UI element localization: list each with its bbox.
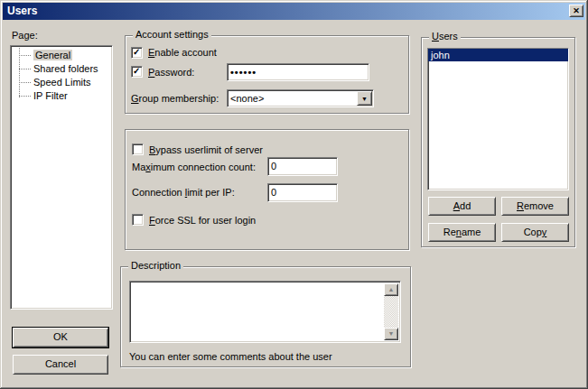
scrollbar-track[interactable] [384,296,398,328]
users-group-label: Users [429,31,461,42]
description-group-label: Description [128,260,183,272]
force-ssl-label: Force SSL for user login [149,215,256,227]
sidebar-item-ip-filter[interactable]: IP Filter [11,89,112,103]
page-tree[interactable]: General Shared folders Speed Limits IP F… [10,45,113,310]
check-icon: ✓ [133,65,140,77]
list-item-user[interactable]: john [428,49,568,61]
sidebar-item-general[interactable]: General [11,49,112,62]
description-scrollbar[interactable]: ▲ ▼ [384,283,398,340]
connection-limit-ip-label: Connection limit per IP: [132,187,235,199]
password-label: Password: [148,67,194,79]
sidebar-item-shared-folders[interactable]: Shared folders [11,62,112,76]
connection-limit-ip-input[interactable]: 0 [267,183,338,202]
add-user-button[interactable]: Add [428,197,496,216]
force-ssl-checkbox[interactable] [132,214,144,226]
rename-user-button[interactable]: Rename [428,223,496,242]
password-input[interactable]: •••••• [227,63,369,81]
users-group: Users john Add Remove Rename Copy [421,37,575,247]
sidebar-item-speed-limits[interactable]: Speed Limits [11,76,112,89]
cancel-button[interactable]: Cancel [13,355,108,375]
description-caption: You can enter some comments about the us… [129,351,332,363]
enable-account-label: Enable account [148,47,217,59]
group-membership-select[interactable]: <none> ▼ [227,89,374,107]
group-membership-label: Group membership: [131,93,219,105]
close-icon[interactable]: ✕ [569,5,583,17]
chevron-down-icon[interactable]: ▼ [357,91,372,106]
users-list[interactable]: john [427,48,569,190]
connection-limits-frame: Bypass userlimit of server Maximum conne… [125,129,409,250]
account-settings-group-label: Account settings [133,29,211,41]
bypass-userlimit-checkbox[interactable] [132,144,144,155]
password-checkbox[interactable]: ✓ [131,66,143,78]
tree-item-label: General [33,50,72,60]
max-connection-label: Maximum connection count: [132,162,256,173]
ok-button[interactable]: OK [13,328,108,347]
scroll-down-icon[interactable]: ▼ [384,328,398,340]
description-textarea[interactable]: ▲ ▼ [129,281,401,343]
title-bar[interactable]: Users ✕ [3,3,585,20]
page-label: Page: [12,30,38,42]
enable-account-checkbox[interactable]: ✓ [131,47,143,59]
max-connection-input[interactable]: 0 [267,157,338,176]
tree-item-label: Shared folders [33,63,98,74]
account-settings-group: Account settings ✓ Enable account ✓ Pass… [125,35,409,114]
remove-user-button[interactable]: Remove [501,197,569,216]
tree-item-label: Speed Limits [33,77,91,88]
copy-user-button[interactable]: Copy [501,223,569,242]
check-icon: ✓ [133,46,140,58]
bypass-userlimit-label: Bypass userlimit of server [149,144,263,156]
description-group: Description ▲ ▼ You can enter some comme… [120,266,411,367]
window-title: Users [7,5,37,17]
scroll-up-icon[interactable]: ▲ [384,283,398,296]
tree-item-label: IP Filter [33,90,68,101]
group-membership-value: <none> [230,93,264,104]
users-dialog: Users ✕ Page: General Shared folders Spe… [0,0,588,389]
